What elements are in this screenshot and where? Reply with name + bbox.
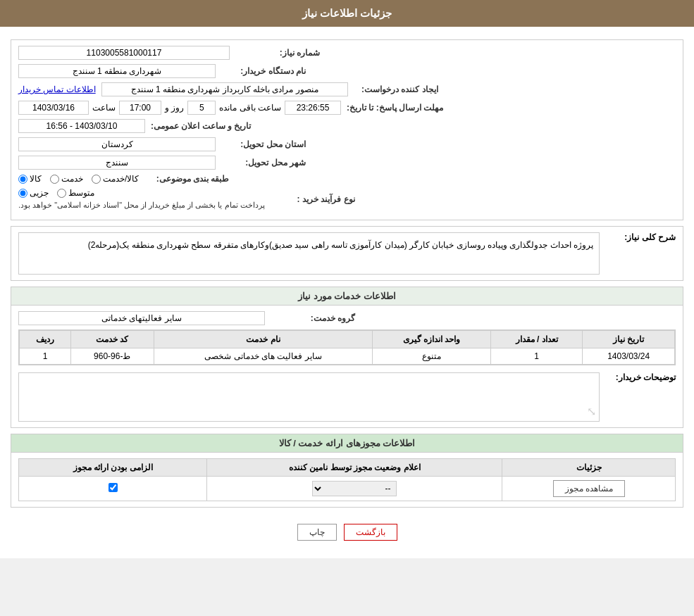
category-goods-service[interactable]: کالا/خدمت [92, 174, 139, 184]
requester-label: ایجاد کننده درخواست: [354, 84, 438, 94]
page-wrapper: جزئیات اطلاعات نیاز شماره نیاز: 11030055… [0, 0, 694, 558]
delivery-province-value: کردستان [18, 137, 216, 151]
category-label: طبقه بندی موضوعی: [144, 174, 229, 184]
buyer-org-value: شهرداری منطقه 1 سنندج [18, 64, 216, 78]
service-group-row: گروه خدمت: سایر فعالیتهای خدماتی [18, 311, 676, 325]
cell-service-name: سایر فعالیت های خدماتی شخصی [154, 348, 373, 365]
response-deadline-row: مهلت ارسال پاسخ: تا تاریخ: 23:26:55 ساعت… [18, 101, 676, 115]
cell-quantity: 1 [490, 348, 583, 365]
process-partial-radio[interactable] [18, 189, 27, 198]
requester-row: ایجاد کننده درخواست: منصور مرادی باخله ک… [18, 82, 676, 96]
requester-value: منصور مرادی باخله کاربرداز شهرداری منطقه… [101, 82, 348, 96]
col-need-date: تاریخ نیاز [583, 331, 675, 348]
col-row-num: ردیف [20, 331, 71, 348]
resize-icon: ⤡ [587, 405, 596, 418]
need-description-body: شرح کلی نیاز: پروژه احداث جدولگذاری وپیا… [11, 227, 683, 280]
delivery-province-label: استان محل تحویل: [221, 139, 306, 149]
response-date-value: 1403/03/16 [18, 101, 89, 115]
perm-col-supplier-status: اعلام وضعیت مجوز توسط نامین کننده [207, 459, 502, 477]
process-radio-group: متوسط جزیی [18, 188, 94, 198]
main-content: شماره نیاز: 1103005581000117 نام دستگاه … [0, 27, 694, 558]
need-description-label: شرح کلی نیاز: [605, 232, 676, 275]
announcement-value: 1403/03/10 - 16:56 [18, 119, 145, 133]
category-service[interactable]: خدمت [50, 174, 83, 184]
category-goods[interactable]: کالا [18, 174, 42, 184]
delivery-city-value: سنندج [18, 156, 216, 170]
permissions-body: جزئیات اعلام وضعیت مجوز توسط نامین کننده… [11, 453, 683, 507]
category-goods-radio[interactable] [18, 175, 27, 184]
days-label: روز و [165, 103, 184, 113]
cell-need-date: 1403/03/24 [583, 348, 675, 365]
col-quantity: تعداد / مقدار [490, 331, 583, 348]
category-service-label: خدمت [61, 174, 83, 184]
need-description-section: شرح کلی نیاز: پروژه احداث جدولگذاری وپیا… [11, 226, 683, 281]
cell-row-num: 1 [20, 348, 71, 365]
view-permission-button[interactable]: مشاهده مجوز [553, 480, 625, 497]
services-body: گروه خدمت: سایر فعالیتهای خدماتی تاریخ ن… [11, 306, 683, 427]
col-service-name: نام خدمت [154, 331, 373, 348]
perm-col-mandatory: الزامی بودن ارائه مجوز [19, 459, 207, 477]
category-service-radio[interactable] [50, 175, 59, 184]
process-type-group: متوسط جزیی پرداخت تمام یا بخشی از مبلغ خ… [18, 188, 265, 210]
contact-info-link[interactable]: اطلاعات تماس خریدار [18, 84, 96, 94]
buyer-org-label: نام دستگاه خریدار: [221, 66, 306, 76]
announcement-label: تاریخ و ساعت اعلان عمومی: [151, 121, 251, 131]
perm-col-details: جزئیات [502, 459, 676, 477]
top-info-section: شماره نیاز: 1103005581000117 نام دستگاه … [11, 39, 683, 220]
process-partial[interactable]: جزیی [18, 188, 49, 198]
delivery-city-label: شهر محل تحویل: [221, 158, 306, 168]
delivery-city-row: شهر محل تحویل: سنندج [18, 156, 676, 170]
mandatory-checkbox[interactable] [109, 483, 118, 492]
response-countdown-value: 23:26:55 [285, 101, 341, 115]
process-partial-label: جزیی [30, 188, 49, 198]
service-group-label: گروه خدمت: [271, 313, 355, 323]
process-type-label: نوع فرآیند خرید : [271, 194, 355, 204]
need-number-label: شماره نیاز: [235, 48, 320, 58]
process-medium[interactable]: متوسط [57, 188, 94, 198]
perm-mandatory-cell [19, 477, 207, 501]
response-deadline-values: 23:26:55 ساعت باقی مانده 5 روز و 17:00 س… [18, 101, 341, 115]
col-unit: واحد اندازه گیری [373, 331, 490, 348]
services-section: اطلاعات خدمات مورد نیاز گروه خدمت: سایر … [11, 287, 683, 428]
buyer-notes-box: ⤡ [18, 372, 600, 422]
page-header: جزئیات اطلاعات نیاز [0, 0, 694, 27]
response-deadline-label: مهلت ارسال پاسخ: تا تاریخ: [347, 103, 443, 113]
page-title: جزئیات اطلاعات نیاز [302, 7, 392, 19]
cell-unit: متنوع [373, 348, 490, 365]
bottom-buttons: بازگشت چاپ [11, 513, 683, 551]
category-row: طبقه بندی موضوعی: کالا/خدمت خدمت کالا [18, 174, 676, 184]
permissions-section: اطلاعات مجوزهای ارائه خدمت / کالا جزئیات… [11, 434, 683, 508]
remaining-label: ساعت باقی مانده [219, 103, 281, 113]
need-number-value: 1103005581000117 [18, 46, 230, 60]
print-button[interactable]: چاپ [297, 524, 337, 541]
buyer-notes-label: توضیحات خریدار: [605, 372, 676, 382]
process-medium-radio[interactable] [57, 189, 66, 198]
permissions-table: جزئیات اعلام وضعیت مجوز توسط نامین کننده… [18, 458, 676, 501]
category-goods-service-radio[interactable] [92, 175, 101, 184]
process-medium-label: متوسط [68, 188, 94, 198]
response-days-value: 5 [187, 101, 216, 115]
table-row: 1403/03/24 1 متنوع سایر فعالیت های خدمات… [20, 348, 675, 365]
top-info-body: شماره نیاز: 1103005581000117 نام دستگاه … [11, 40, 683, 220]
back-button[interactable]: بازگشت [344, 524, 397, 541]
process-note: پرداخت تمام یا بخشی از مبلغ خریدار از مح… [18, 201, 265, 210]
permission-status-select[interactable]: -- [312, 481, 397, 496]
service-group-value: سایر فعالیتهای خدماتی [18, 311, 265, 325]
col-service-code: کد خدمت [70, 331, 154, 348]
services-table-section: تاریخ نیاز تعداد / مقدار واحد اندازه گیر… [18, 329, 676, 365]
response-time-value: 17:00 [119, 101, 161, 115]
services-table: تاریخ نیاز تعداد / مقدار واحد اندازه گیر… [19, 330, 675, 365]
perm-details-cell: مشاهده مجوز [502, 477, 676, 501]
process-type-row: نوع فرآیند خرید : متوسط جزیی [18, 188, 676, 210]
category-goods-label: کالا [30, 174, 42, 184]
delivery-province-row: استان محل تحویل: کردستان [18, 137, 676, 151]
category-goods-service-label: کالا/خدمت [103, 174, 139, 184]
buyer-notes-wrapper: توضیحات خریدار: ⤡ [18, 372, 676, 422]
buyer-org-row: نام دستگاه خریدار: شهرداری منطقه 1 سنندج [18, 64, 676, 78]
time-label: ساعت [92, 103, 116, 113]
announcement-row: تاریخ و ساعت اعلان عمومی: 1403/03/10 - 1… [18, 119, 676, 133]
category-radio-group: کالا/خدمت خدمت کالا [18, 174, 139, 184]
need-number-row: شماره نیاز: 1103005581000117 [18, 46, 676, 60]
services-section-title: اطلاعات خدمات مورد نیاز [11, 287, 683, 306]
permission-row: مشاهده مجوز -- [19, 477, 676, 501]
